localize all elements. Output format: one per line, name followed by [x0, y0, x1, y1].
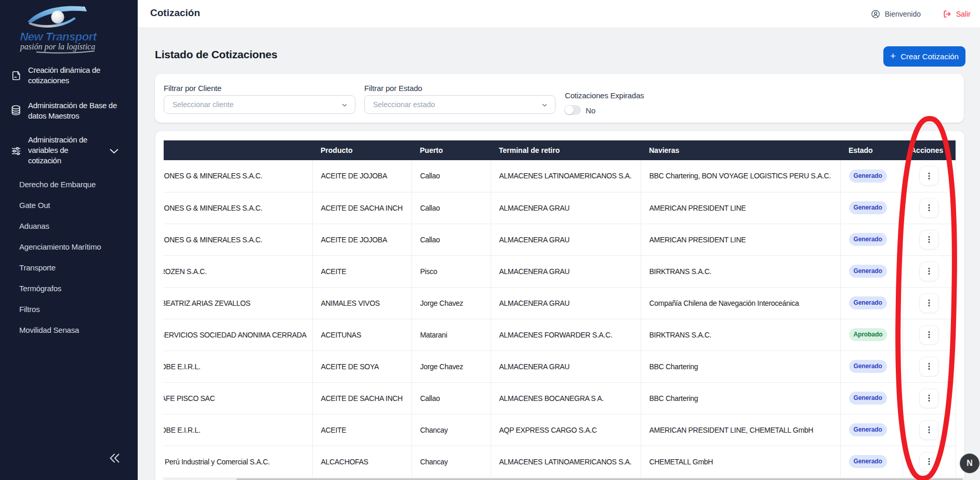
svg-text:New Transport: New Transport: [20, 30, 97, 43]
svg-text:pasión por la logística: pasión por la logística: [20, 42, 95, 51]
